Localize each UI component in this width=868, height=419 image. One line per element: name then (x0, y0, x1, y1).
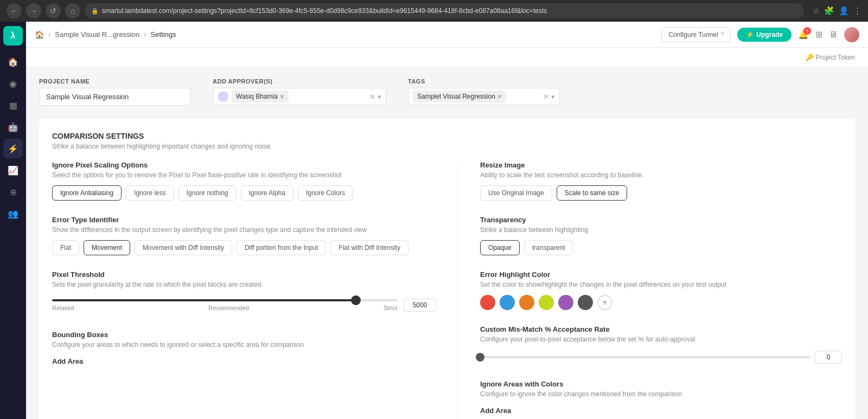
option-ignore-antialiasing[interactable]: Ignore Antialiasing (52, 185, 122, 201)
option-diff-portion[interactable]: Diff portion from the Input (237, 240, 326, 255)
sidebar-logo: λ (3, 26, 23, 46)
slider-track (52, 299, 397, 301)
option-scale-same-size[interactable]: Scale to same size (557, 185, 628, 201)
tags-field: TAGS Samplet Visual Regression × ✕ ▾ (408, 78, 560, 105)
color-swatch-purple[interactable] (558, 295, 573, 310)
error-type-identifier-block: Error Type Identifier Show the differenc… (52, 216, 436, 255)
color-swatch-red[interactable] (480, 295, 495, 310)
custom-mismatch-block: Custom Mis-Match % Acceptance Rate Confi… (480, 325, 842, 365)
bounding-boxes-title: Bounding Boxes (52, 331, 436, 339)
upgrade-button[interactable]: ⚡ Upgrade (737, 28, 792, 42)
option-ignore-nothing[interactable]: Ignore nothing (178, 185, 237, 201)
color-swatches: + (480, 295, 842, 310)
tag-chip: Samplet Visual Regression × (413, 91, 506, 102)
topbar: 🏠 › Sample Visual R...gression › Setting… (26, 22, 868, 48)
menu-icon[interactable]: ⋮ (853, 6, 861, 16)
url-bar[interactable]: 🔒 smartul.lambdatest.com/project-setting… (85, 3, 804, 18)
sidebar-item-automation[interactable]: 🤖 (3, 117, 23, 137)
slider-label-recommended: Recommended (208, 305, 249, 311)
tags-input-container[interactable]: Samplet Visual Regression × ✕ ▾ (408, 88, 560, 105)
breadcrumb-project[interactable]: Sample Visual R...gression (55, 30, 139, 38)
color-swatch-orange[interactable] (519, 295, 534, 310)
nav-reload-button[interactable]: ↺ (46, 3, 61, 18)
error-type-identifier-desc: Show the differences in the output scree… (52, 226, 436, 234)
slider-thumb[interactable] (351, 295, 361, 305)
ignore-areas-colors-block: Ignore Areas with Colors Configure to ig… (480, 380, 842, 415)
nav-back-button[interactable]: ← (7, 3, 22, 18)
mismatch-slider-thumb[interactable] (476, 353, 484, 362)
approvers-input-container[interactable]: Wasiq Bhamia × ✕ ▾ (213, 88, 386, 105)
dropdown-icon[interactable]: ▾ (378, 93, 381, 101)
configure-tunnel-button[interactable]: Configure Tunnel ? (661, 27, 731, 42)
left-col: Ignore Pixel Scaling Options Select the … (52, 161, 436, 419)
tags-dropdown-icon[interactable]: ▾ (551, 93, 555, 101)
project-name-input[interactable] (39, 88, 191, 106)
lock-icon: 🔒 (91, 8, 99, 15)
option-opaque[interactable]: Opaque (480, 240, 520, 255)
nav-home-button[interactable]: ⌂ (65, 3, 80, 18)
slider-value[interactable]: 5000 (404, 299, 436, 312)
grid-icon[interactable]: ⊞ (815, 29, 822, 40)
home-icon[interactable]: 🏠 (35, 30, 44, 39)
color-swatch-blue[interactable] (500, 295, 515, 310)
clear-icon[interactable]: ✕ (369, 93, 375, 101)
color-swatch-dark[interactable] (578, 295, 593, 310)
bookmark-icon[interactable]: ☆ (813, 6, 820, 16)
option-ignore-colors[interactable]: Ignore Colors (298, 185, 353, 201)
mismatch-value[interactable]: 0 (815, 351, 842, 364)
custom-mismatch-desc: Configure your pixel-to-pixel acceptance… (480, 336, 842, 343)
resize-image-title: Resize Image (480, 161, 842, 169)
slider-fill (52, 299, 356, 301)
option-movement-diff-intensity[interactable]: Movement with Diff Intensity (135, 240, 232, 255)
extension-icon[interactable]: 🧩 (824, 6, 834, 16)
color-swatch-yellow[interactable] (539, 295, 554, 310)
avatar[interactable] (844, 27, 859, 42)
main-content: PROJECT NAME ADD APPROVER(S) Wasiq Bhami… (26, 67, 868, 419)
sidebar-item-dashboard[interactable]: ◉ (3, 74, 23, 93)
bounding-boxes-block: Bounding Boxes Configure your areas to w… (52, 331, 436, 365)
mismatch-slider-track[interactable] (480, 356, 810, 358)
option-movement[interactable]: Movement (84, 240, 130, 255)
breadcrumb-current: Settings (151, 30, 176, 38)
approver-chip: Wasiq Bhamia × (232, 91, 289, 102)
tag-remove[interactable]: × (497, 92, 502, 101)
approver-avatar (218, 91, 228, 102)
profile-icon[interactable]: 👤 (839, 6, 849, 16)
option-flat-diff-intensity[interactable]: Flat with Diff Intensity (330, 240, 409, 255)
option-ignore-less[interactable]: Ignore less (126, 185, 174, 201)
error-highlight-color-title: Error Highlight Color (480, 270, 842, 279)
approver-remove[interactable]: × (280, 92, 284, 101)
sidebar-item-team[interactable]: 👥 (3, 204, 23, 223)
project-token-link[interactable]: 🔑 Project Token (806, 54, 856, 61)
approvers-actions: ✕ ▾ (369, 93, 381, 101)
tags-actions: ✕ ▾ (543, 93, 555, 101)
sidebar-item-visual[interactable]: ⚡ (3, 139, 23, 158)
ignore-areas-colors-desc: Configure to ignore the color changes me… (480, 390, 842, 398)
slider-labels: Relaxed Recommended Strict (52, 305, 397, 311)
notification-badge[interactable]: 🔔 5 (798, 29, 809, 40)
sidebar-item-add[interactable]: ⊕ (3, 182, 23, 202)
ignore-areas-add-area[interactable]: Add Area (480, 407, 511, 415)
sidebar-item-projects[interactable]: ▦ (3, 95, 23, 115)
transparency-desc: Strike a balance between highlighting (480, 226, 842, 234)
bounding-boxes-add-area[interactable]: Add Area (52, 357, 83, 365)
ignore-pixel-scaling-block: Ignore Pixel Scaling Options Select the … (52, 161, 436, 201)
screen-icon[interactable]: 🖥 (829, 30, 838, 40)
transparency-title: Transparency (480, 216, 842, 224)
color-swatch-add[interactable]: + (597, 295, 612, 310)
option-flat[interactable]: Flat (52, 240, 79, 255)
sidebar-item-home[interactable]: 🏠 (3, 52, 23, 72)
error-highlight-color-block: Error Highlight Color Set the color to s… (480, 270, 842, 310)
pixel-threshold-slider[interactable]: Relaxed Recommended Strict (52, 295, 397, 315)
resize-image-block: Resize Image Ability to scale the test s… (480, 161, 842, 201)
sidebar-item-analytics[interactable]: 📈 (3, 160, 23, 180)
tags-clear-icon[interactable]: ✕ (543, 93, 549, 101)
nav-forward-button[interactable]: → (26, 3, 41, 18)
option-use-original[interactable]: Use Original Image (480, 185, 552, 201)
breadcrumb-sep-2: › (144, 30, 146, 38)
option-ignore-alpha[interactable]: Ignore Alpha (241, 185, 293, 201)
sidebar: λ 🏠 ◉ ▦ 🤖 ⚡ 📈 ⊕ 👥 (0, 22, 26, 419)
breadcrumb: 🏠 › Sample Visual R...gression › Setting… (35, 30, 176, 39)
pixel-threshold-block: Pixel Threshold Sets the pixel granulari… (52, 270, 436, 315)
option-transparent[interactable]: transparent (524, 240, 573, 255)
